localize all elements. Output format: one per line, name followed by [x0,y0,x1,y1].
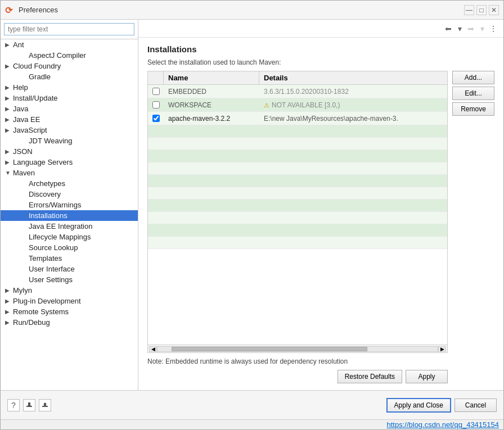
tree-item-sourcelookup[interactable]: Source Lookup [1,242,138,253]
tree-item-java[interactable]: ▶ Java [1,103,138,114]
back-icon[interactable]: ⬅ [443,23,454,34]
tree-item-languageservers[interactable]: ▶ Language Servers [1,157,138,168]
arrow-icon: ▶ [5,95,13,101]
arrow-icon: ▶ [5,159,13,165]
tree-item-usersettings[interactable]: User Settings [1,274,138,285]
tree-item-help[interactable]: ▶ Help [1,82,138,93]
tree-item-errorswarnings[interactable]: Errors/Warnings [1,200,138,210]
tree-item-ant[interactable]: ▶ Ant [1,39,138,50]
tree-item-label: Help [13,83,136,92]
empty-row [148,187,447,200]
apache-checkbox[interactable] [152,115,160,122]
table-row[interactable]: EMBEDDED 3.6.3/1.15.0.20200310-1832 [148,85,447,98]
tree-item-label: Gradle [29,73,136,81]
tree-item-remotesystems[interactable]: ▶ Remote Systems [1,306,138,317]
minimize-button[interactable]: — [464,5,474,15]
tree-item-templates[interactable]: Templates [1,253,138,264]
note-text: Note: Embedded runtime is always used fo… [147,357,448,365]
edit-button[interactable]: Edit... [452,87,494,100]
tree-item-discovery[interactable]: Discovery [1,189,138,200]
table-header: Name Details [148,71,447,85]
tree-item-label: Mylyn [13,286,136,295]
tree-item-label: Ant [13,40,136,49]
arrow-icon: ▶ [5,106,13,112]
scroll-left-arrow[interactable]: ◀ [149,346,157,352]
help-icon[interactable]: ? [7,399,20,411]
section-description: Select the installation used to launch M… [147,58,494,66]
tree-item-archetypes[interactable]: Archetypes [1,178,138,189]
maximize-button[interactable]: □ [476,5,487,15]
tree-item-label: Cloud Foundry [13,62,136,70]
tree-item-label: AspectJ Compiler [29,51,136,60]
menu-icon[interactable]: ⋮ [488,23,499,34]
back-dropdown-icon[interactable]: ▾ [454,23,465,34]
table-row[interactable]: apache-maven-3.2.2 E:\new Java\MyResourc… [148,112,447,125]
forward-icon[interactable]: ➡ [465,23,476,34]
tree-item-jdtweaving[interactable]: JDT Weaving [1,135,138,146]
scroll-track[interactable] [157,346,438,352]
empty-row [148,138,447,150]
status-link[interactable]: https://blog.csdn.net/qq_43415154 [387,420,500,429]
left-panel: ▶ Ant AspectJ Compiler ▶ Cloud Foundry G… [1,20,138,390]
arrow-icon [21,245,29,251]
tree-item-gradle[interactable]: Gradle [1,71,138,82]
window-title: Preferences [19,6,464,14]
arrow-icon: ▶ [5,63,13,69]
export-icon[interactable] [39,399,51,411]
row-checkbox[interactable] [148,114,164,123]
arrow-icon: ▶ [5,309,13,315]
close-button[interactable]: ✕ [489,5,499,15]
tree-item-json[interactable]: ▶ JSON [1,146,138,157]
filter-input[interactable] [4,23,134,35]
preferences-window: ⟳ Preferences — □ ✕ ▶ Ant Asp [0,0,504,430]
tree-item-cloudfoundry[interactable]: ▶ Cloud Foundry [1,61,138,71]
tree-item-lifecyclemappings[interactable]: Lifecycle Mappings [1,232,138,242]
header-check-col [148,71,164,84]
apply-button[interactable]: Apply [406,370,448,383]
tree-item-maven[interactable]: ▼ Maven [1,168,138,178]
bottom-icons: ? [7,399,51,411]
tree-item-label: Errors/Warnings [29,201,136,209]
horizontal-scrollbar[interactable]: ◀ ▶ [148,345,447,352]
arrow-icon [21,255,29,261]
arrow-icon [21,212,29,219]
forward-dropdown-icon[interactable]: ▾ [476,23,488,34]
tree-item-rundebug[interactable]: ▶ Run/Debug [1,317,138,328]
right-body: Installations Select the installation us… [138,38,503,390]
workspace-checkbox[interactable] [152,101,160,108]
tree-item-label: Source Lookup [29,243,136,252]
tree-item-installupdate[interactable]: ▶ Install/Update [1,93,138,103]
tree-item-javaeeintegration[interactable]: Java EE Integration [1,221,138,232]
import-icon[interactable] [23,399,35,411]
tree-item-label: Installations [29,211,136,220]
bottom-bar: ? Apply and Close Cancel [1,390,503,419]
scroll-thumb[interactable] [172,347,368,351]
remove-button[interactable]: Remove [452,102,494,116]
arrow-icon: ▶ [5,127,13,133]
tree-item-label: Plug-in Development [13,297,136,305]
arrow-icon: ▼ [5,170,13,176]
tree-item-installations[interactable]: Installations [1,210,138,221]
scroll-right-arrow[interactable]: ▶ [438,346,446,352]
row-checkbox[interactable] [148,87,164,96]
empty-row [148,237,447,249]
main-content: ▶ Ant AspectJ Compiler ▶ Cloud Foundry G… [1,20,503,390]
arrow-icon: ▶ [5,319,13,325]
tree-item-label: Java [13,105,136,113]
tree-item-mylyn[interactable]: ▶ Mylyn [1,285,138,296]
add-button[interactable]: Add... [452,71,494,84]
tree-item-javaee[interactable]: ▶ Java EE [1,114,138,125]
tree-item-userinterface[interactable]: User Interface [1,264,138,274]
cancel-button[interactable]: Cancel [454,399,497,412]
header-details-col: Details [259,71,447,84]
apply-close-button[interactable]: Apply and Close [386,398,451,413]
tree-item-plugindevelopment[interactable]: ▶ Plug-in Development [1,296,138,306]
row-checkbox[interactable] [148,100,164,110]
tree-item-javascript[interactable]: ▶ JavaScript [1,125,138,135]
restore-defaults-button[interactable]: Restore Defaults [338,370,402,383]
row-details: 3.6.3/1.15.0.20200310-1832 [259,87,447,97]
embedded-checkbox[interactable] [152,88,160,95]
tree-item-label: JDT Weaving [29,137,136,145]
tree-item-aspectj[interactable]: AspectJ Compiler [1,50,138,61]
table-row[interactable]: WORKSPACE ⚠NOT AVAILABLE [3.0,) [148,98,447,112]
